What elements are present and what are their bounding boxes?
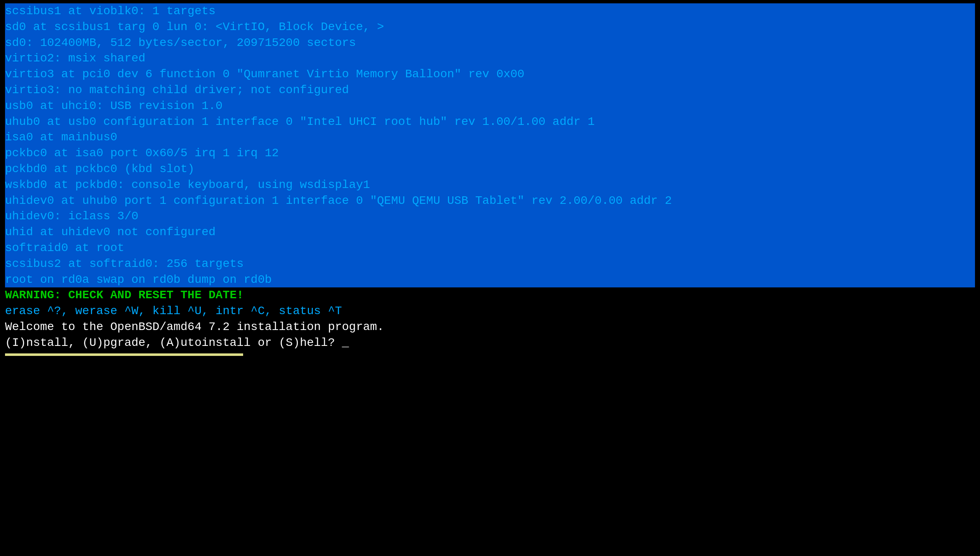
terminal-line: scsibus2 at softraid0: 256 targets	[5, 256, 975, 272]
terminal-line: Welcome to the OpenBSD/amd64 7.2 install…	[5, 319, 975, 335]
terminal-line: scsibus1 at vioblk0: 1 targets	[5, 3, 975, 19]
terminal-line: uhidev0: iclass 3/0	[5, 208, 975, 224]
terminal-line: usb0 at uhci0: USB revision 1.0	[5, 98, 975, 114]
terminal-line: virtio2: msix shared	[5, 51, 975, 66]
terminal-line: sd0: 102400MB, 512 bytes/sector, 2097152…	[5, 35, 975, 51]
terminal-line: pckbd0 at pckbc0 (kbd slot)	[5, 161, 975, 177]
terminal-line: isa0 at mainbus0	[5, 129, 975, 145]
terminal-line: root on rd0a swap on rd0b dump on rd0b	[5, 272, 975, 288]
terminal-scrollbar	[5, 353, 243, 356]
terminal-line: sd0 at scsibus1 targ 0 lun 0: <VirtIO, B…	[5, 19, 975, 35]
terminal-line: softraid0 at root	[5, 240, 975, 256]
terminal-line: wskbd0 at pckbd0: console keyboard, usin…	[5, 177, 975, 193]
terminal-line: virtio3 at pci0 dev 6 function 0 "Qumran…	[5, 66, 975, 82]
terminal-line: erase ^?, werase ^W, kill ^U, intr ^C, s…	[5, 303, 975, 319]
terminal-line: pckbc0 at isa0 port 0x60/5 irq 1 irq 12	[5, 145, 975, 161]
terminal-line: uhub0 at usb0 configuration 1 interface …	[5, 114, 975, 130]
terminal-screen: scsibus1 at vioblk0: 1 targetssd0 at scs…	[5, 3, 975, 356]
terminal-line: uhid at uhidev0 not configured	[5, 224, 975, 240]
terminal-line: virtio3: no matching child driver; not c…	[5, 82, 975, 98]
terminal-line: (I)nstall, (U)pgrade, (A)utoinstall or (…	[5, 335, 975, 351]
terminal-line: uhidev0 at uhub0 port 1 configuration 1 …	[5, 193, 975, 209]
terminal-line: WARNING: CHECK AND RESET THE DATE!	[5, 287, 975, 303]
